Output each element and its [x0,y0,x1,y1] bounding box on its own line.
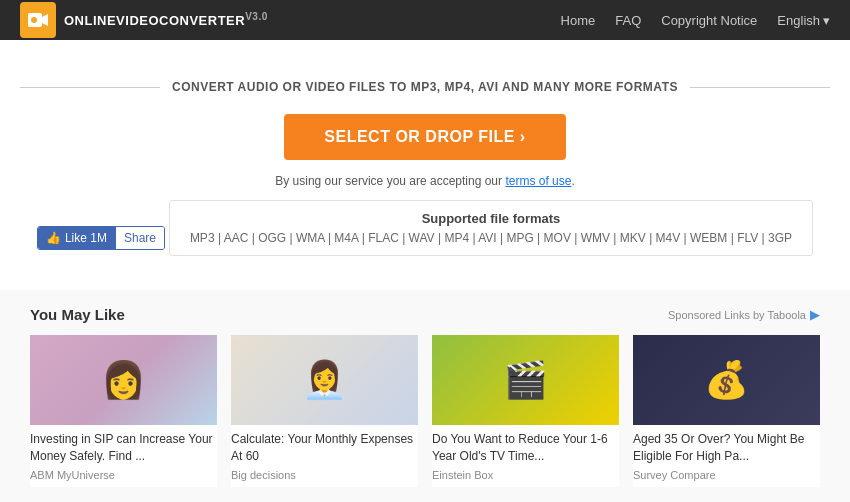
facebook-like-widget: 👍 Like 1M Share [37,226,165,250]
taboola-label: Sponsored Links by Taboola ▶ [668,307,820,322]
card-body: Calculate: Your Monthly Expenses At 60 B… [231,425,418,487]
rec-title: You May Like [30,306,125,323]
card-source: Big decisions [231,469,418,481]
card-body: Do You Want to Reduce Your 1-6 Year Old'… [432,425,619,487]
card-image: 🎬 [432,335,619,425]
card-source: Survey Compare [633,469,820,481]
nav-faq[interactable]: FAQ [615,13,641,28]
fb-like-button[interactable]: 👍 Like 1M [38,227,115,249]
divider-right [690,87,830,88]
terms-of-use-link[interactable]: terms of use [505,174,571,188]
formats-title: Supported file formats [190,211,792,226]
nav-copyright[interactable]: Copyright Notice [661,13,757,28]
logo-icon [20,2,56,38]
card-image: 💰 [633,335,820,425]
divider-left [20,87,160,88]
rec-card[interactable]: 👩‍💼 Calculate: Your Monthly Expenses At … [231,335,418,487]
language-selector[interactable]: English ▾ [777,13,830,28]
convert-section: CONVERT AUDIO OR VIDEO FILES TO MP3, MP4… [0,40,850,290]
nav-home[interactable]: Home [561,13,596,28]
svg-point-2 [31,17,37,23]
main-content: CONVERT AUDIO OR VIDEO FILES TO MP3, MP4… [0,40,850,502]
rec-cards-container: 👩 Investing in SIP can Increase Your Mon… [30,335,820,487]
terms-notice: By using our service you are accepting o… [20,174,830,188]
card-title: Investing in SIP can Increase Your Money… [30,431,217,465]
card-title: Aged 35 Or Over? You Might Be Eligible F… [633,431,820,465]
card-title: Calculate: Your Monthly Expenses At 60 [231,431,418,465]
select-file-button[interactable]: SELECT OR DROP FILE › [284,114,565,160]
thumbs-up-icon: 👍 [46,231,61,245]
fb-share-button[interactable]: Share [115,227,164,249]
convert-tagline: CONVERT AUDIO OR VIDEO FILES TO MP3, MP4… [172,80,678,94]
svg-marker-1 [42,14,48,26]
recommendations-section: You May Like Sponsored Links by Taboola … [0,290,850,502]
tagline-divider: CONVERT AUDIO OR VIDEO FILES TO MP3, MP4… [20,80,830,94]
rec-header: You May Like Sponsored Links by Taboola … [30,306,820,323]
main-nav: Home FAQ Copyright Notice English ▾ [561,13,830,28]
rec-card[interactable]: 🎬 Do You Want to Reduce Your 1-6 Year Ol… [432,335,619,487]
formats-box: Supported file formats MP3 | AAC | OGG |… [169,200,813,256]
rec-card[interactable]: 👩 Investing in SIP can Increase Your Mon… [30,335,217,487]
logo-title: OnlineVideoConverterv3.0 [64,11,268,28]
rec-card[interactable]: 💰 Aged 35 Or Over? You Might Be Eligible… [633,335,820,487]
taboola-arrow-icon: ▶ [810,307,820,322]
card-body: Investing in SIP can Increase Your Money… [30,425,217,487]
card-image: 👩‍💼 [231,335,418,425]
card-image: 👩 [30,335,217,425]
card-source: ABM MyUniverse [30,469,217,481]
logo: OnlineVideoConverterv3.0 [20,2,268,38]
chevron-down-icon: ▾ [823,13,830,28]
card-source: Einstein Box [432,469,619,481]
card-title: Do You Want to Reduce Your 1-6 Year Old'… [432,431,619,465]
header: OnlineVideoConverterv3.0 Home FAQ Copyri… [0,0,850,40]
formats-list: MP3 | AAC | OGG | WMA | M4A | FLAC | WAV… [190,231,792,245]
card-body: Aged 35 Or Over? You Might Be Eligible F… [633,425,820,487]
